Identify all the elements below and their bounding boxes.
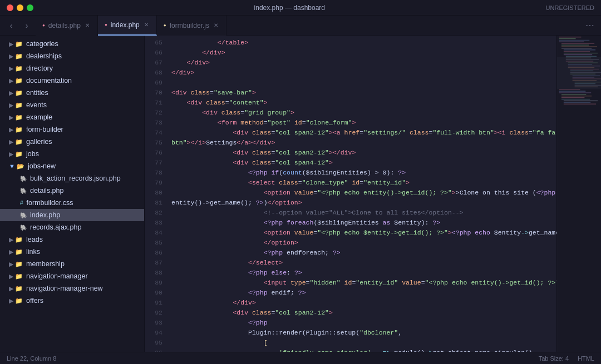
- file-sidebar: ▶ 📁 categories ▶ 📁 dealerships ▶ 📁 direc…: [0, 36, 145, 352]
- code-line: entity()->get_name(); ?>)</option>: [171, 198, 556, 208]
- code-line: </div>: [171, 298, 556, 308]
- tab-back-button[interactable]: ‹: [4, 19, 18, 32]
- sidebar-item-navigation-manager[interactable]: ▶ 📁 navigation-manager: [0, 270, 144, 282]
- sidebar-sub-item-bulk-action[interactable]: 🐘 bulk_action_records.json.php: [0, 172, 144, 185]
- window-title: index.php — dashboard: [254, 4, 325, 12]
- folder-icon: ▶ 📁: [9, 53, 23, 60]
- code-line: <option value="<?php echo entity()->get_…: [171, 188, 556, 198]
- php-file-icon: 🐘: [20, 176, 27, 182]
- tabs-bar: ‹ › ● details.php ✕ ● index.php ✕ ● form…: [0, 16, 601, 36]
- php-icon: ●: [105, 22, 107, 27]
- sidebar-item-jobs-new[interactable]: ▼ 📂 jobs-new: [0, 160, 144, 172]
- svg-rect-40: [561, 99, 590, 99]
- tab-close-button[interactable]: ✕: [213, 22, 219, 29]
- svg-rect-9: [564, 49, 595, 50]
- svg-rect-39: [561, 97, 584, 98]
- svg-rect-1: [559, 37, 581, 37]
- svg-rect-3: [559, 40, 589, 41]
- title-bar: index.php — dashboard UNREGISTERED: [0, 0, 601, 16]
- sidebar-item-jobs[interactable]: ▶ 📁 jobs: [0, 148, 144, 160]
- svg-rect-42: [564, 102, 590, 103]
- maximize-button[interactable]: [27, 4, 33, 11]
- svg-rect-34: [559, 89, 580, 89]
- sidebar-item-navigation-manager-new[interactable]: ▶ 📁 navigation-manager-new: [0, 282, 144, 295]
- php-icon: ●: [42, 23, 45, 28]
- sidebar-item-entities[interactable]: ▶ 📁 entities: [0, 87, 144, 99]
- sidebar-item-leads[interactable]: ▶ 📁 leads: [0, 233, 144, 246]
- registration-status: UNREGISTERED: [546, 4, 594, 11]
- code-line: </div>: [171, 48, 556, 58]
- code-line: btn"></i>Settings</a></div>: [171, 138, 556, 148]
- sidebar-item-example[interactable]: ▶ 📁 example: [0, 111, 144, 123]
- code-line: <div class="col span2-12">: [171, 308, 556, 318]
- svg-rect-35: [559, 91, 585, 91]
- code-line: </div>: [171, 68, 556, 78]
- folder-icon: ▶ 📁: [9, 102, 23, 109]
- sidebar-sub-item-records-ajax[interactable]: 🐘 records.ajax.php: [0, 221, 144, 233]
- sidebar-item-directory[interactable]: ▶ 📁 directory: [0, 62, 144, 74]
- code-line: <?php foreach($siblingEntities as $entit…: [171, 218, 556, 228]
- tab-close-button[interactable]: ✕: [143, 21, 150, 29]
- tab-close-button[interactable]: ✕: [84, 22, 91, 29]
- code-line: <div class="grid group">: [171, 108, 556, 118]
- svg-rect-41: [564, 101, 598, 101]
- code-line: <div class="content">: [171, 98, 556, 108]
- main-layout: ▶ 📁 categories ▶ 📁 dealerships ▶ 📁 direc…: [0, 36, 601, 352]
- tab-forward-button[interactable]: ›: [20, 19, 33, 32]
- svg-rect-37: [561, 94, 586, 94]
- minimize-button[interactable]: [17, 4, 23, 11]
- code-line: <?php if(count($siblingEntities) > 0): ?…: [171, 168, 556, 178]
- minimap[interactable]: [556, 36, 601, 352]
- folder-icon: ▶ 📁: [9, 138, 23, 146]
- folder-icon: ▶ 📁: [9, 65, 23, 72]
- code-line: <?php: [171, 318, 556, 328]
- tab-size: Tab Size: 4: [539, 355, 569, 362]
- css-file-icon: #: [20, 200, 23, 206]
- code-line: <?php endforeach; ?>: [171, 248, 556, 258]
- code-line: 'friendly_name_singular' => module()->ge…: [171, 348, 556, 352]
- tab-formbuilder-js[interactable]: ● formbuilder.js ✕: [157, 16, 226, 36]
- folder-icon: ▶ 📁: [9, 236, 23, 243]
- svg-rect-5: [561, 43, 594, 44]
- folder-icon: ▶ 📁: [9, 126, 23, 133]
- sidebar-item-categories[interactable]: ▶ 📁 categories: [0, 38, 144, 50]
- sidebar-item-documentation[interactable]: ▶ 📁 documentation: [0, 74, 144, 87]
- svg-rect-38: [561, 96, 592, 96]
- folder-icon: ▶ 📁: [9, 89, 23, 97]
- code-line: [: [171, 338, 556, 348]
- folder-icon: ▶ 📁: [9, 273, 23, 280]
- svg-rect-43: [564, 103, 596, 104]
- code-line: <select class="clone_type" id="entity_id…: [171, 178, 556, 188]
- code-line: <div class="col span2-12"></div>: [171, 148, 556, 158]
- language-mode: HTML: [578, 355, 594, 362]
- code-line: <div class="col span2-12"><a href="setti…: [171, 128, 556, 138]
- sidebar-item-dealerships[interactable]: ▶ 📁 dealerships: [0, 50, 144, 62]
- traffic-lights[interactable]: [7, 4, 33, 11]
- php-file-icon: 🐘: [20, 188, 27, 194]
- folder-icon: ▶ 📁: [9, 77, 23, 84]
- close-button[interactable]: [7, 4, 13, 11]
- sidebar-item-events[interactable]: ▶ 📁 events: [0, 99, 144, 111]
- tab-details-php[interactable]: ● details.php ✕: [36, 16, 98, 36]
- svg-rect-7: [561, 46, 597, 47]
- code-line: </div>: [171, 58, 556, 68]
- sidebar-item-galleries[interactable]: ▶ 📁 galleries: [0, 136, 144, 148]
- sidebar-sub-item-details[interactable]: 🐘 details.php: [0, 185, 144, 197]
- code-line: <!--option value="ALL">Clone to all site…: [171, 208, 556, 218]
- svg-rect-2: [559, 38, 576, 39]
- tabs-menu-button[interactable]: ⋯: [583, 19, 597, 32]
- svg-rect-4: [559, 42, 584, 42]
- folder-icon: ▶ 📁: [9, 261, 23, 268]
- sidebar-item-membership[interactable]: ▶ 📁 membership: [0, 258, 144, 270]
- code-content[interactable]: </table> </div> </div></div><div class="…: [167, 36, 556, 352]
- sidebar-sub-item-index[interactable]: 🐘 index.php: [0, 209, 144, 221]
- code-line: [171, 78, 556, 88]
- tab-index-php[interactable]: ● index.php ✕: [98, 16, 157, 36]
- sidebar-item-links[interactable]: ▶ 📁 links: [0, 246, 144, 258]
- code-editor[interactable]: 6566676869707172737475767778798081828384…: [145, 36, 601, 352]
- code-line: <?php else: ?>: [171, 268, 556, 278]
- sidebar-item-form-builder[interactable]: ▶ 📁 form-builder: [0, 123, 144, 136]
- sidebar-item-offers[interactable]: ▶ 📁 offers: [0, 295, 144, 307]
- sidebar-sub-item-formbuilder-css[interactable]: # formbuilder.css: [0, 197, 144, 209]
- svg-rect-36: [559, 92, 591, 93]
